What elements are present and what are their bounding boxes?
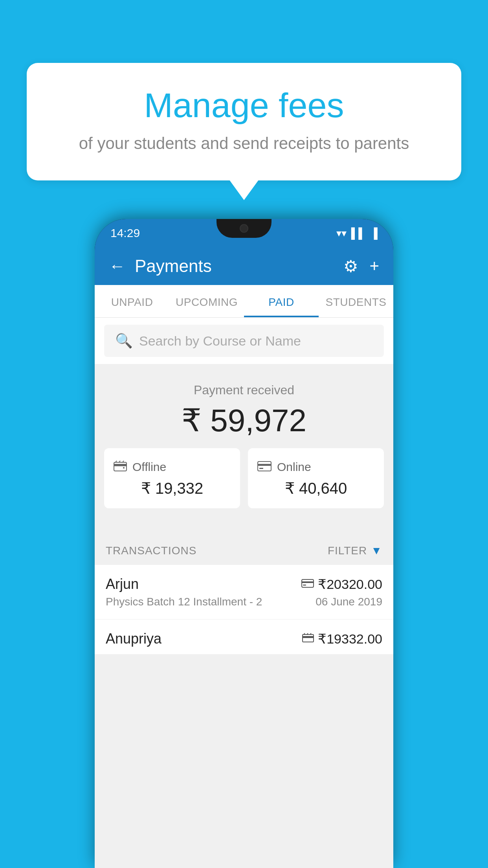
tab-unpaid[interactable]: UNPAID: [95, 285, 169, 317]
transaction-top: Anupriya ₹19332.00: [106, 631, 382, 647]
phone-frame: 14:29 ▾▾ ▌▌ ▐ ← Payments ⚙ + UNPAID: [95, 219, 393, 868]
page-title: Payments: [135, 256, 334, 276]
camera: [240, 224, 248, 233]
online-amount: ₹ 40,640: [257, 479, 374, 497]
table-row[interactable]: Arjun ₹20320.00: [95, 565, 393, 620]
student-name: Anupriya: [106, 631, 161, 647]
filter-button[interactable]: FILTER ▼: [328, 544, 382, 557]
back-button[interactable]: ←: [109, 257, 125, 276]
svg-rect-9: [302, 579, 314, 587]
online-label: Online: [277, 460, 311, 474]
signal-icon: ▌▌: [351, 227, 366, 239]
transactions-label: TRANSACTIONS: [106, 544, 196, 557]
svg-rect-8: [259, 468, 263, 469]
online-icon: [257, 459, 272, 474]
transaction-top: Arjun ₹20320.00: [106, 576, 382, 592]
svg-rect-12: [303, 634, 314, 642]
app-content: 🔍 Search by Course or Name Payment recei…: [95, 318, 393, 868]
svg-rect-6: [258, 462, 271, 471]
status-bar: 14:29 ▾▾ ▌▌ ▐: [95, 219, 393, 247]
amount-value: ₹19332.00: [318, 631, 382, 647]
settings-icon[interactable]: ⚙: [343, 257, 358, 276]
tabs-container: UNPAID UPCOMING PAID STUDENTS: [95, 285, 393, 318]
filter-icon: ▼: [371, 544, 382, 557]
offline-card: Offline ₹ 19,332: [104, 448, 240, 508]
tab-upcoming[interactable]: UPCOMING: [169, 285, 244, 317]
add-icon[interactable]: +: [369, 257, 379, 276]
status-icons: ▾▾ ▌▌ ▐: [336, 227, 378, 239]
tab-students[interactable]: STUDENTS: [319, 285, 393, 317]
app-header: ← Payments ⚙ +: [95, 247, 393, 285]
payment-type-icon-offline: [302, 633, 314, 645]
svg-rect-1: [114, 464, 127, 466]
transaction-amount: ₹19332.00: [302, 631, 382, 647]
svg-rect-0: [114, 462, 127, 471]
online-card-header: Online: [257, 459, 374, 474]
wifi-icon: ▾▾: [336, 227, 347, 239]
transaction-bottom: Physics Batch 12 Installment - 2 06 June…: [106, 596, 382, 608]
payment-cards: Offline ₹ 19,332: [95, 448, 393, 521]
bubble-title: Manage fees: [58, 86, 430, 125]
offline-amount: ₹ 19,332: [114, 479, 231, 497]
payment-total-amount: ₹ 59,972: [95, 402, 393, 439]
speech-bubble-container: Manage fees of your students and send re…: [27, 63, 461, 180]
transaction-amount: ₹20320.00: [301, 576, 382, 592]
header-actions: ⚙ +: [343, 257, 379, 276]
svg-rect-11: [303, 585, 306, 586]
payment-received-label: Payment received: [95, 383, 393, 397]
offline-icon: [114, 459, 127, 474]
svg-rect-7: [258, 464, 271, 466]
svg-rect-13: [303, 636, 314, 638]
svg-point-2: [123, 467, 125, 469]
status-time: 14:29: [110, 226, 140, 240]
offline-label: Offline: [132, 460, 166, 474]
payment-type-icon-online: [301, 578, 314, 590]
search-container: 🔍 Search by Course or Name: [95, 318, 393, 364]
amount-value: ₹20320.00: [318, 576, 382, 592]
speech-bubble: Manage fees of your students and send re…: [27, 63, 461, 180]
transactions-header: TRANSACTIONS FILTER ▼: [95, 533, 393, 565]
table-row[interactable]: Anupriya ₹19332.00: [95, 620, 393, 654]
payment-received-section: Payment received ₹ 59,972: [95, 364, 393, 533]
student-name: Arjun: [106, 576, 139, 592]
offline-card-header: Offline: [114, 459, 231, 474]
search-bar[interactable]: 🔍 Search by Course or Name: [104, 325, 384, 357]
course-info: Physics Batch 12 Installment - 2: [106, 596, 262, 608]
svg-rect-10: [302, 581, 314, 583]
search-input[interactable]: Search by Course or Name: [139, 333, 301, 349]
phone-wrapper: 14:29 ▾▾ ▌▌ ▐ ← Payments ⚙ + UNPAID: [95, 219, 393, 868]
search-icon: 🔍: [115, 333, 133, 349]
battery-icon: ▐: [371, 227, 378, 239]
filter-text: FILTER: [328, 544, 367, 557]
online-card: Online ₹ 40,640: [248, 448, 384, 508]
bubble-subtitle: of your students and send receipts to pa…: [58, 134, 430, 153]
transaction-date: 06 June 2019: [316, 596, 382, 608]
notch: [216, 219, 272, 238]
tab-paid[interactable]: PAID: [244, 285, 319, 317]
